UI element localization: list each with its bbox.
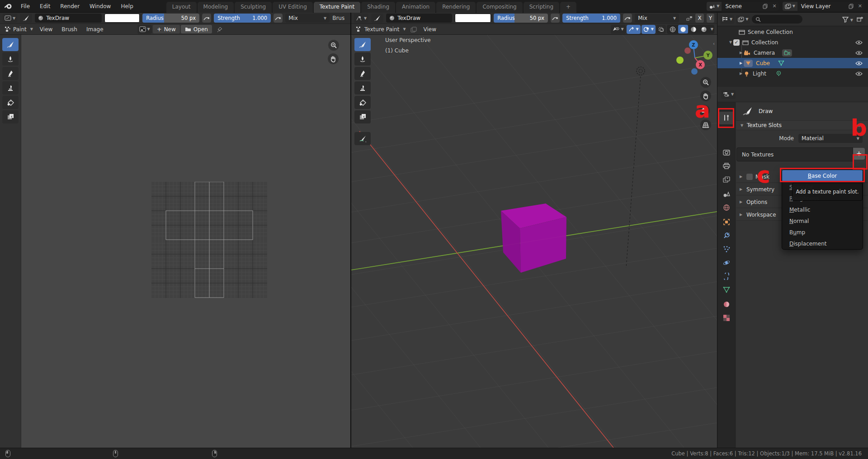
tool-draw[interactable]: [354, 38, 371, 51]
brush-preview-icon[interactable]: [20, 14, 32, 23]
expand-icon[interactable]: ▶: [738, 61, 744, 65]
pin-icon[interactable]: [217, 26, 222, 33]
hide-eye-icon[interactable]: [855, 60, 863, 66]
shading-solid-button[interactable]: [678, 25, 688, 33]
brush-name-field[interactable]: TexDraw: [386, 14, 452, 23]
tab-modeling[interactable]: Modeling: [198, 2, 234, 13]
brush-preview-icon[interactable]: [371, 14, 383, 23]
tab-shading[interactable]: Shading: [361, 2, 395, 13]
tab-texture-paint[interactable]: Texture Paint: [314, 2, 360, 13]
menu-brush[interactable]: Brush: [57, 26, 81, 33]
strength-slider[interactable]: Strength1.000: [562, 14, 620, 23]
copy-icon[interactable]: [846, 3, 856, 9]
tab-world[interactable]: [719, 201, 734, 214]
tab-render[interactable]: [719, 146, 734, 159]
outliner-search-input[interactable]: [752, 15, 802, 24]
tab-texture[interactable]: [719, 312, 734, 324]
tool-mask[interactable]: [2, 110, 19, 123]
editor-type-icon[interactable]: ▼: [720, 15, 734, 24]
hide-eye-icon[interactable]: [855, 39, 863, 46]
menu-view[interactable]: View: [420, 26, 440, 33]
menu-file[interactable]: File: [16, 0, 35, 13]
shading-wireframe-button[interactable]: [668, 25, 678, 33]
outliner-row-scene-collection[interactable]: Scene Collection: [717, 27, 868, 37]
overlays-toggle[interactable]: ▼: [642, 25, 656, 34]
hide-eye-icon[interactable]: [855, 71, 863, 77]
zoom-icon[interactable]: [700, 77, 711, 88]
editor-type-icon[interactable]: ▼: [3, 14, 17, 23]
tab-constraints[interactable]: [719, 270, 734, 283]
copy-icon[interactable]: [760, 3, 770, 9]
image-browse-icon[interactable]: ▼: [137, 25, 152, 34]
texture-slots-list[interactable]: No Textures: [736, 147, 853, 161]
gizmos-toggle[interactable]: ▼: [627, 25, 641, 34]
mode-select[interactable]: Texture Paint▼: [354, 26, 408, 33]
mask-checkbox[interactable]: [746, 174, 753, 180]
tool-soften[interactable]: [354, 52, 371, 66]
blend-mode-select[interactable]: Mix▼: [635, 14, 679, 23]
symmetry-x-button[interactable]: X: [695, 14, 703, 23]
tool-draw[interactable]: [2, 38, 19, 51]
editor-type-icon[interactable]: ▼: [354, 14, 368, 23]
symmetry-y-button[interactable]: Y: [707, 14, 714, 23]
display-mode-icon[interactable]: ▼: [736, 15, 750, 24]
tool-fill[interactable]: [2, 96, 19, 109]
show-gizmo-dropdown[interactable]: ▼: [611, 25, 625, 34]
tab-modifiers[interactable]: [719, 229, 734, 242]
menu-item-displacement[interactable]: Displacement: [782, 238, 863, 249]
tool-smear[interactable]: [354, 67, 371, 80]
brush-color-swatch[interactable]: [104, 14, 140, 23]
tool-soften[interactable]: [2, 52, 19, 66]
menu-view[interactable]: View: [36, 26, 57, 33]
sidebar-collapse-icon[interactable]: ‹: [713, 41, 715, 46]
viewport-canvas[interactable]: Z Y X User Perspective (1) Cube ‹: [351, 35, 717, 448]
tab-view-layer[interactable]: [719, 173, 734, 186]
tab-uv-editing[interactable]: UV Editing: [273, 2, 313, 13]
outliner-row-light[interactable]: ▶ Light: [717, 68, 868, 79]
outliner-row-camera[interactable]: ▶ Camera: [717, 47, 868, 58]
tool-fill[interactable]: [354, 96, 371, 109]
tab-scene[interactable]: [719, 188, 734, 200]
view-layer-icon[interactable]: ▼: [783, 2, 797, 11]
menu-help[interactable]: Help: [116, 0, 138, 13]
close-icon[interactable]: ✕: [856, 3, 864, 9]
tab-scripting[interactable]: Scripting: [524, 2, 559, 13]
tool-mask[interactable]: [354, 110, 371, 123]
tab-sculpting[interactable]: Sculpting: [235, 2, 272, 13]
strength-slider[interactable]: Strength1.000: [214, 14, 271, 23]
scene-name[interactable]: Scene: [722, 3, 760, 9]
blend-mode-select[interactable]: Mix▼: [285, 14, 330, 23]
menu-image[interactable]: Image: [82, 26, 108, 33]
light-data-icon[interactable]: [774, 70, 784, 77]
blender-logo[interactable]: [5, 3, 12, 9]
tab-object[interactable]: [719, 216, 734, 228]
xray-toggle[interactable]: [656, 25, 666, 34]
open-image-button[interactable]: Open: [181, 25, 212, 33]
editor-type-icon[interactable]: ▼: [721, 90, 736, 99]
strength-pressure-icon[interactable]: [623, 14, 632, 23]
mesh-data-icon[interactable]: [778, 60, 784, 66]
radius-slider[interactable]: Radius50 px: [494, 14, 548, 23]
menu-render[interactable]: Render: [55, 0, 85, 13]
new-collection-button[interactable]: [855, 15, 865, 24]
menu-item-bump[interactable]: Bump: [782, 227, 863, 238]
tool-annotate[interactable]: [354, 132, 371, 145]
expand-icon[interactable]: ▶: [738, 71, 744, 76]
outliner-row-collection[interactable]: ▼ ✓ Collection: [717, 37, 868, 47]
tab-animation[interactable]: Animation: [396, 2, 435, 13]
scene-selector[interactable]: ▼ Scene ✕: [707, 2, 778, 11]
scene-icon[interactable]: ▼: [707, 2, 722, 11]
image-editor-canvas[interactable]: [0, 35, 350, 448]
tool-smear[interactable]: [2, 67, 19, 80]
menu-window[interactable]: Window: [85, 0, 116, 13]
radius-pressure-icon[interactable]: [551, 14, 560, 23]
tab-object-data[interactable]: [719, 284, 734, 296]
menu-item-normal[interactable]: Normal: [782, 215, 863, 227]
close-icon[interactable]: ✕: [770, 3, 778, 9]
camera-data-icon[interactable]: [782, 49, 792, 57]
tab-compositing[interactable]: Compositing: [476, 2, 522, 13]
image-stack-icon[interactable]: [410, 26, 417, 33]
outliner-row-cube[interactable]: ▶ Cube: [717, 58, 868, 68]
radius-pressure-icon[interactable]: [202, 14, 211, 23]
tab-material[interactable]: [719, 298, 734, 311]
